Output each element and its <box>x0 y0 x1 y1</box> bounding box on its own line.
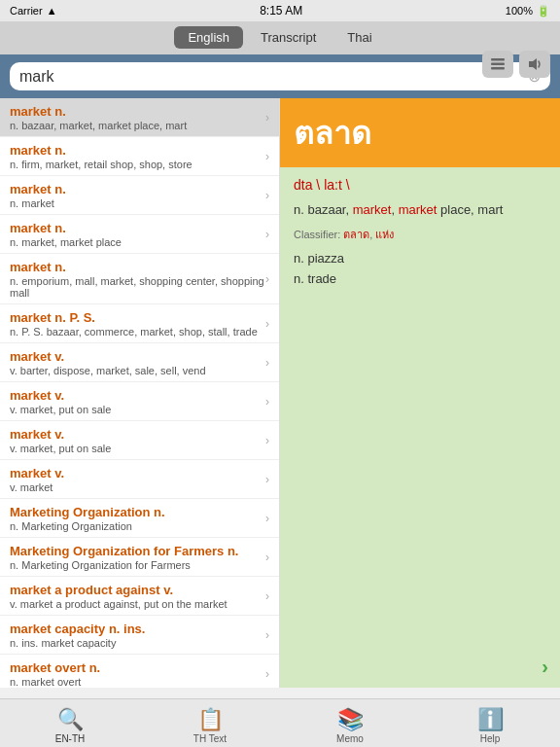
chevron-icon: › <box>265 628 269 642</box>
list-item[interactable]: market v. v. market › <box>0 460 279 499</box>
list-item-sub: n. P. S. bazaar, commerce, market, shop,… <box>10 326 265 338</box>
list-item[interactable]: market v. v. market, put on sale › <box>0 421 279 460</box>
tab-thai[interactable]: Thai <box>333 26 385 49</box>
list-item[interactable]: market n. n. bazaar, market, market plac… <box>0 98 279 137</box>
list-item-content: market n. P. S. n. P. S. bazaar, commerc… <box>10 310 265 338</box>
list-item-title: market v. <box>10 388 265 403</box>
document-icon: 📋 <box>197 707 224 732</box>
list-item-title: market n. <box>10 182 265 196</box>
bottom-tab-bar: 🔍 EN-TH 📋 TH Text 📚 Memo ℹ️ Help <box>0 698 560 747</box>
search-input-wrap: ⊗ <box>10 62 550 90</box>
speaker-icon-button[interactable] <box>519 51 550 78</box>
list-item-sub: v. market a product against, put on the … <box>10 598 265 610</box>
right-detail: ตลาด dta \ la:t \ n. bazaar, market, mar… <box>280 98 560 688</box>
chevron-icon: › <box>265 356 269 370</box>
more-arrow-icon[interactable]: › <box>542 656 548 678</box>
list-item[interactable]: Marketing Organization n. n. Marketing O… <box>0 499 279 538</box>
bottom-tab-th-text[interactable]: 📋 TH Text <box>140 703 280 744</box>
list-item-title: Marketing Organization n. <box>10 505 265 519</box>
list-item[interactable]: market n. n. firm, market, retail shop, … <box>0 137 279 176</box>
chevron-icon: › <box>265 551 269 564</box>
chevron-icon: › <box>265 473 269 486</box>
list-item-title: market capacity n. ins. <box>10 622 265 636</box>
detail-extra1: n. piazza <box>294 251 546 266</box>
list-item-sub: n. market <box>10 197 265 209</box>
list-item[interactable]: market capacity n. ins. n. ins. market c… <box>0 616 279 655</box>
svg-rect-0 <box>491 58 505 61</box>
chevron-icon: › <box>265 272 269 286</box>
search-input[interactable] <box>19 68 528 86</box>
list-item-content: market v. v. barter, dispose, market, sa… <box>10 349 265 376</box>
tab-transcript[interactable]: Transcript <box>247 26 330 49</box>
list-item[interactable]: market n. P. S. n. P. S. bazaar, commerc… <box>0 304 279 343</box>
bottom-tab-en-th[interactable]: 🔍 EN-TH <box>0 703 140 744</box>
def-market1: market <box>353 202 392 217</box>
battery-label: 100% <box>506 5 533 17</box>
chevron-icon: › <box>265 189 269 202</box>
detail-body: dta \ la:t \ n. bazaar, market, market p… <box>280 167 560 302</box>
list-item-title: market n. <box>10 104 265 119</box>
chevron-icon: › <box>265 111 269 124</box>
detail-classifier: Classifier: ตลาด, แห่ง <box>294 226 546 243</box>
info-icon: ℹ️ <box>477 707 504 732</box>
search-bar: ⊗ <box>0 54 560 98</box>
list-item-sub: v. market, put on sale <box>10 443 265 454</box>
list-item-sub: v. market <box>10 481 265 493</box>
def-market2: market <box>399 202 438 217</box>
list-item-content: market overt n. n. market overt <box>10 660 265 688</box>
search-icon: 🔍 <box>57 707 84 732</box>
chevron-icon: › <box>265 589 269 603</box>
list-item-title: market overt n. <box>10 660 265 675</box>
chevron-icon: › <box>265 512 269 525</box>
list-item-content: market v. v. market, put on sale <box>10 427 265 454</box>
list-item-sub: n. Marketing Organization for Farmers <box>10 559 265 571</box>
memo-icon: 📚 <box>337 707 364 732</box>
chevron-icon: › <box>265 228 269 241</box>
detail-definition: n. bazaar, market, market place, mart <box>294 200 546 220</box>
list-item-content: market a product against v. v. market a … <box>10 583 265 610</box>
layers-icon-button[interactable] <box>482 51 513 78</box>
list-item-sub: v. market, put on sale <box>10 404 265 415</box>
tab-bar: English Transcript Thai <box>0 21 560 54</box>
bottom-tab-help-label: Help <box>480 733 501 744</box>
list-item[interactable]: market overt n. n. market overt › <box>0 655 279 688</box>
time-label: 8:15 AM <box>260 4 302 18</box>
content-area: market n. n. bazaar, market, market plac… <box>0 98 560 688</box>
list-item-content: market v. v. market, put on sale <box>10 388 265 415</box>
chevron-icon: › <box>265 667 269 681</box>
list-item-title: market n. <box>10 221 265 235</box>
list-item-sub: n. market overt <box>10 676 265 688</box>
list-item-content: market v. v. market <box>10 466 265 493</box>
list-item-content: Marketing Organization n. n. Marketing O… <box>10 505 265 532</box>
svg-rect-2 <box>491 67 505 70</box>
list-item-sub: n. firm, market, retail shop, shop, stor… <box>10 159 265 170</box>
bottom-tab-help[interactable]: ℹ️ Help <box>420 703 560 744</box>
phonetic-sep1: \ <box>316 177 324 193</box>
tab-english[interactable]: English <box>174 26 243 49</box>
svg-rect-1 <box>491 63 505 66</box>
detail-title: ตลาด <box>294 108 546 158</box>
list-item-sub: n. ins. market capacity <box>10 637 265 649</box>
list-item[interactable]: market v. v. barter, dispose, market, sa… <box>0 343 279 382</box>
list-item-title: market a product against v. <box>10 583 265 597</box>
list-item-content: market n. n. firm, market, retail shop, … <box>10 143 265 170</box>
list-item-title: Marketing Organization for Farmers n. <box>10 544 265 558</box>
status-bar: Carrier ▲ 8:15 AM 100% 🔋 <box>0 0 560 21</box>
detail-extra2: n. trade <box>294 271 546 286</box>
list-item-title: market v. <box>10 466 265 480</box>
bottom-tab-th-text-label: TH Text <box>193 733 227 744</box>
list-item[interactable]: market n. n. emporium, mall, market, sho… <box>0 254 279 304</box>
list-item[interactable]: market a product against v. v. market a … <box>0 577 279 616</box>
list-item-title: market n. P. S. <box>10 310 265 325</box>
list-item-content: market n. n. emporium, mall, market, sho… <box>10 260 265 299</box>
list-item[interactable]: market n. n. market › <box>0 176 279 215</box>
list-item-content: market capacity n. ins. n. ins. market c… <box>10 622 265 649</box>
list-item[interactable]: market v. v. market, put on sale › <box>0 382 279 421</box>
bottom-tab-memo[interactable]: 📚 Memo <box>280 703 420 744</box>
phonetic-part1: dta <box>294 177 312 193</box>
list-item-sub: n. bazaar, market, market place, mart <box>10 120 265 131</box>
list-item[interactable]: Marketing Organization for Farmers n. n.… <box>0 538 279 577</box>
list-item-sub: n. Marketing Organization <box>10 520 265 532</box>
battery-icon: 🔋 <box>537 5 550 18</box>
list-item[interactable]: market n. n. market, market place › <box>0 215 279 254</box>
